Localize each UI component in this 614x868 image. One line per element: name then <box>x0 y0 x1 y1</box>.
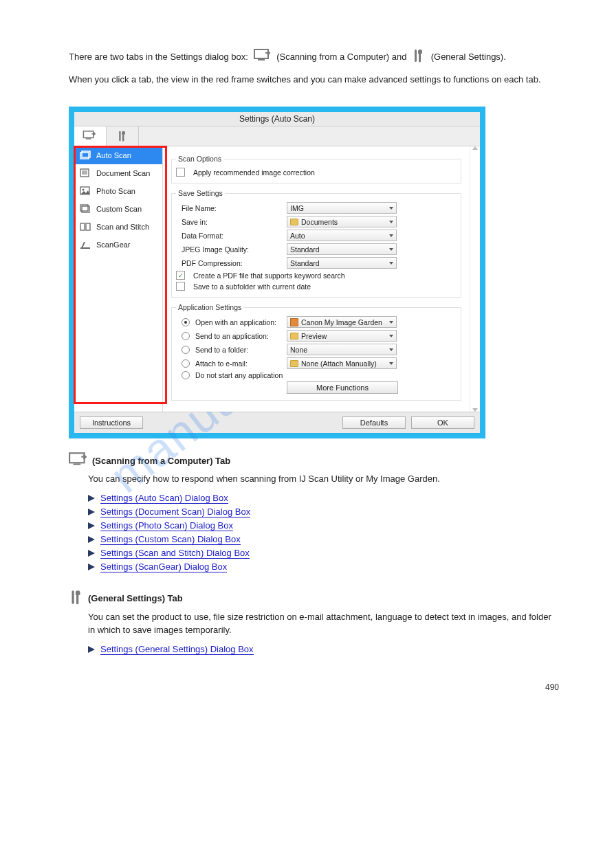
send-app-value: Preview <box>301 332 327 340</box>
canon-app-icon <box>290 318 298 326</box>
more-functions-button[interactable]: More Functions <box>287 381 398 394</box>
tools-icon <box>412 48 426 67</box>
link-scangear[interactable]: Settings (ScanGear) Dialog Box <box>100 561 227 572</box>
send-folder-combo[interactable]: None <box>287 344 397 355</box>
scan-stitch-icon <box>80 222 91 232</box>
svg-rect-5 <box>119 131 120 141</box>
section-general-heading: (General Settings) Tab <box>69 589 559 608</box>
sidebar-item-scan-stitch[interactable]: Scan and Stitch <box>74 218 162 236</box>
radio-no-start[interactable] <box>182 371 190 379</box>
checkbox-pdf-keyword[interactable]: ✓ <box>176 271 185 280</box>
scan-options-legend: Scan Options <box>176 155 223 163</box>
arrow-right-icon <box>88 536 95 543</box>
sidebar-item-label: ScanGear <box>96 241 131 249</box>
svg-rect-1 <box>258 59 265 60</box>
arrow-right-icon <box>88 564 95 570</box>
instructions-button[interactable]: Instructions <box>80 416 143 429</box>
save-settings-legend: Save Settings <box>176 189 225 197</box>
scrollbar[interactable] <box>470 146 480 412</box>
content-panel: Scan Options Apply recommended image cor… <box>163 146 470 412</box>
jpeg-quality-label: JPEG Image Quality: <box>176 245 281 254</box>
radio-label: Attach to e-mail: <box>195 359 248 368</box>
radio-send-folder[interactable] <box>182 346 190 354</box>
section-general-title: (General Settings) Tab <box>88 593 183 603</box>
intro-pre: There are two tabs in the Settings dialo… <box>69 52 248 62</box>
arrow-right-icon <box>88 509 95 515</box>
svg-rect-21 <box>72 590 74 604</box>
radio-label: Send to an application: <box>195 332 269 340</box>
sidebar: Auto Scan Document Scan Photo Scan Custo… <box>74 146 163 412</box>
intro-mid: (Scanning from a Computer) and <box>276 52 406 62</box>
file-name-label: File Name: <box>176 204 281 212</box>
arrow-right-icon <box>88 646 95 653</box>
folder-icon <box>290 360 298 367</box>
sidebar-item-document-scan[interactable]: Document Scan <box>74 164 162 182</box>
link-photo-scan[interactable]: Settings (Photo Scan) Dialog Box <box>100 520 233 531</box>
file-name-combo[interactable]: IMG <box>287 202 397 214</box>
link-custom-scan[interactable]: Settings (Custom Scan) Dialog Box <box>100 534 241 545</box>
link-general-settings[interactable]: Settings (General Settings) Dialog Box <box>100 644 254 655</box>
tab-general-settings[interactable] <box>107 126 139 146</box>
data-format-label: Data Format: <box>176 232 281 240</box>
section-scan-tab-paragraph: You can specify how to respond when scan… <box>88 472 559 486</box>
pdf-compression-value: Standard <box>290 259 320 267</box>
apply-correction-row: Apply recommended image correction <box>176 168 457 177</box>
tools-icon <box>69 589 84 608</box>
ok-button[interactable]: OK <box>411 416 474 429</box>
section-scan-tab-heading: (Scanning from a Computer) Tab <box>69 452 559 469</box>
file-name-value: IMG <box>290 204 304 212</box>
checkbox-apply-correction[interactable] <box>176 168 185 177</box>
document-scan-icon <box>80 168 91 178</box>
auto-scan-icon <box>80 151 91 160</box>
radio-label: Open with an application: <box>195 318 276 326</box>
radio-open-app[interactable] <box>182 318 190 326</box>
link-auto-scan[interactable]: Settings (Auto Scan) Dialog Box <box>100 493 228 504</box>
save-in-label: Save in: <box>176 218 281 226</box>
svg-rect-3 <box>83 131 93 138</box>
pdf-compression-combo[interactable]: Standard <box>287 257 397 269</box>
sidebar-item-label: Custom Scan <box>96 205 142 213</box>
defaults-button[interactable]: Defaults <box>342 416 406 429</box>
save-in-combo[interactable]: Documents <box>287 216 397 227</box>
link-document-scan[interactable]: Settings (Document Scan) Dialog Box <box>100 507 250 518</box>
section-general-paragraph: You can set the product to use, file siz… <box>88 610 559 637</box>
data-format-combo[interactable]: Auto <box>287 230 397 241</box>
radio-email[interactable] <box>182 359 190 368</box>
sidebar-item-auto-scan[interactable]: Auto Scan <box>74 146 162 164</box>
computer-scan-icon <box>83 131 98 142</box>
tab-scan-from-computer[interactable] <box>74 126 107 146</box>
scroll-up-icon <box>472 146 478 150</box>
jpeg-quality-value: Standard <box>290 245 320 254</box>
sidebar-item-label: Photo Scan <box>96 187 135 195</box>
sidebar-item-label: Scan and Stitch <box>96 223 149 231</box>
tools-icon <box>117 130 128 142</box>
arrow-right-icon <box>88 495 95 502</box>
svg-rect-2 <box>415 49 417 62</box>
sidebar-item-scangear[interactable]: ScanGear <box>74 236 162 254</box>
folder-icon <box>290 333 298 340</box>
sidebar-item-custom-scan[interactable]: Custom Scan <box>74 200 162 218</box>
open-app-combo[interactable]: Canon My Image Garden <box>287 316 397 328</box>
email-value: None (Attach Manually) <box>301 359 377 368</box>
svg-rect-17 <box>86 223 90 230</box>
jpeg-quality-combo[interactable]: Standard <box>287 243 397 255</box>
svg-rect-20 <box>73 463 80 465</box>
scan-tab-link-list: Settings (Auto Scan) Dialog Box Settings… <box>88 493 559 572</box>
send-app-combo[interactable]: Preview <box>287 330 397 342</box>
general-link-list: Settings (General Settings) Dialog Box <box>88 644 559 655</box>
checkbox-label: Apply recommended image correction <box>193 168 315 177</box>
link-scan-stitch[interactable]: Settings (Scan and Stitch) Dialog Box <box>100 548 250 559</box>
custom-scan-icon <box>80 204 91 214</box>
send-folder-value: None <box>290 346 307 354</box>
radio-send-app[interactable] <box>182 332 190 340</box>
intro-paragraph-1: There are two tabs in the Settings dialo… <box>69 48 559 67</box>
checkbox-subfolder[interactable] <box>176 282 185 291</box>
radio-label: Do not start any application <box>195 371 283 379</box>
sidebar-item-photo-scan[interactable]: Photo Scan <box>74 182 162 200</box>
intro-paragraph-2: When you click a tab, the view in the re… <box>69 73 559 87</box>
section-scan-tab-title: (Scanning from a Computer) Tab <box>92 456 230 466</box>
open-app-value: Canon My Image Garden <box>301 318 382 326</box>
arrow-right-icon <box>88 550 95 557</box>
email-combo[interactable]: None (Attach Manually) <box>287 357 397 369</box>
sidebar-item-label: Auto Scan <box>96 151 131 159</box>
